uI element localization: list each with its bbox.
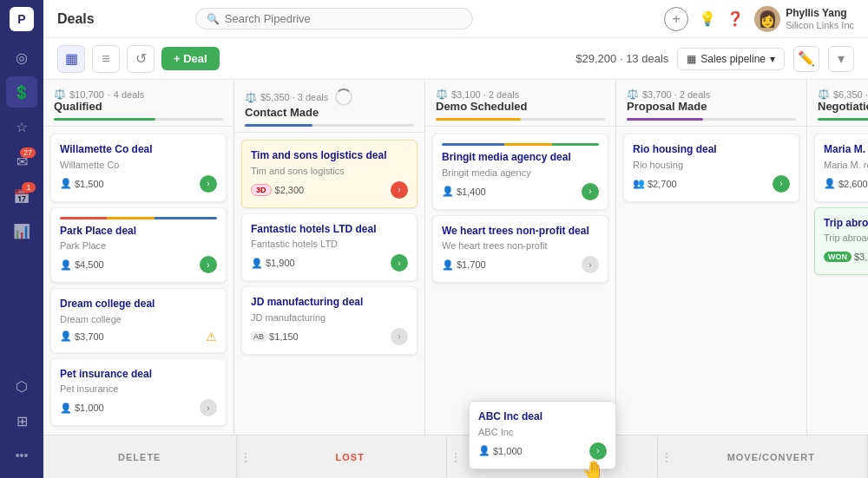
add-button[interactable]: + [664,7,688,31]
card-subtitle: Bringit media agency [442,167,599,178]
sidebar-item-calendar[interactable]: 📅1 [6,180,37,212]
warning-icon: ⚠ [206,330,217,344]
sidebar-item-products[interactable]: ⬡ [6,370,37,402]
card-title: Tim and sons logistics deal [251,149,408,163]
kanban-board: ⚖️ $10,700 · 4 deals Qualified Willamett… [43,80,868,435]
drop-zone-move[interactable]: MOVE/CONVERT [675,435,869,478]
floating-card[interactable]: ABC Inc deal ABC Inc 👤 $1,000 › [469,401,616,469]
floating-card-amount: 👤 $1,000 [478,445,523,456]
col-meta-demo: ⚖️ $3,100 · 2 deals [436,88,605,100]
card-arrow-green[interactable]: › [773,175,790,193]
col-header-proposal: ⚖️ $3,700 · 2 deals Proposal Made [616,80,806,127]
column-contact-made: ⚖️ $5,350 · 3 deals Contact Made Tim and… [234,80,425,435]
card-willamette[interactable]: Willamette Co deal Willamette Co 👤 $1,50… [50,134,227,202]
card-amount: 👤 $1,700 [442,259,486,271]
col-progress-demo [436,118,605,121]
card-arrow-red[interactable]: › [391,181,408,199]
card-arrow-grey[interactable]: › [200,399,217,416]
list-view-btn[interactable]: ≡ [92,45,120,73]
sidebar-more[interactable]: ••• [6,440,37,471]
card-parkplace[interactable]: Park Place deal Park Place 👤 $4,500 › [50,207,227,284]
divider1: ⋮ [237,435,254,478]
drop-zone-delete-label: DELETE [118,452,161,462]
sidebar-item-deals[interactable]: 💲 [6,76,37,108]
card-mariaretail[interactable]: Maria M. retail LTD deal Maria M. retail… [814,134,868,202]
card-subtitle: We heart trees non-profit [442,240,599,251]
card-tripabroad[interactable]: Trip abroad LTD deal Trip abroad LTD WON… [814,207,868,276]
column-demo: ⚖️ $3,100 · 2 deals Demo Scheduled Bring… [425,80,616,435]
card-dreamcollege[interactable]: Dream college deal Dream college 👤 $3,70… [50,288,227,353]
floating-card-arrow[interactable]: › [589,442,607,460]
floating-card-footer: 👤 $1,000 › [478,442,607,460]
card-subtitle: Trip abroad LTD [824,232,868,243]
card-riohousing[interactable]: Rio housing deal Rio housing 👥 $2,700 › [623,134,799,202]
drop-zone-delete[interactable]: DELETE [43,435,237,478]
pipeline-selector[interactable]: ▦ Sales pipeline ▾ [677,48,785,70]
col-icon: ⚖️ [436,88,448,100]
drop-zone-move-label: MOVE/CONVERT [727,452,815,462]
card-arrow-green[interactable]: › [200,175,217,193]
card-footer: 3D $2,300 › [251,181,408,199]
card-amount: 👤 $2,600 [824,178,868,189]
add-deal-button[interactable]: + Deal [161,47,220,70]
toolbar-right: $29,200 · 13 deals ▦ Sales pipeline ▾ ✏️… [575,46,854,72]
card-fantastich[interactable]: Fantastic hotels LTD deal Fantastic hote… [241,213,418,282]
col-header-contact: ⚖️ $5,350 · 3 deals Contact Made [234,80,424,133]
card-bringit[interactable]: Bringit media agency deal Bringit media … [432,134,608,210]
kanban-view-btn[interactable]: ▦ [57,45,85,73]
logo[interactable]: P [10,7,34,31]
card-footer: 👤 $4,500 › [60,256,217,273]
card-footer: WON $3,750 › [824,248,868,265]
card-arrow-green[interactable]: › [391,254,408,272]
col-icon: ⚖️ [245,92,257,103]
sidebar: P ◎ 💲 ☆ ✉27 📅1 📊 ⬡ ⊞ ••• [0,0,43,478]
drop-zone-lost[interactable]: LOST [254,435,448,478]
card-jdmfg[interactable]: JD manufacturing deal JD manufacturing A… [241,286,418,355]
sidebar-item-mail[interactable]: ✉27 [6,146,37,177]
card-title: Maria M. retail LTD deal [824,143,868,157]
card-subtitle: Dream college [60,314,217,324]
card-arrow-green[interactable]: › [200,256,217,273]
spinner-icon [335,88,352,106]
col-header-negotiations: ⚖️ $6,350 · 2 deals Negotiations Started [807,80,868,127]
filter-btn[interactable]: ▾ [828,46,854,72]
page-title: Deals [57,11,95,27]
card-title: Dream college deal [60,298,217,311]
topnav-right: + 💡 ❓ 👩 Phyllis Yang Silicon Links Inc [664,6,854,32]
col-count: 4 deals [114,89,144,100]
refresh-btn[interactable]: ↺ [127,45,155,73]
bulb-icon[interactable]: 💡 [699,10,716,27]
sidebar-item-target[interactable]: ◎ [6,42,37,73]
sidebar-item-apps[interactable]: ⊞ [6,405,37,436]
card-amount: 👥 $2,700 [633,178,677,189]
card-petinsurance[interactable]: Pet insurance deal Pet insurance 👤 $1,00… [50,358,227,427]
card-title: Fantastic hotels LTD deal [251,223,408,237]
search-input[interactable] [225,12,462,25]
col-title-proposal: Proposal Made [627,100,796,113]
edit-pipeline-btn[interactable]: ✏️ [793,46,819,72]
help-icon[interactable]: ❓ [727,10,744,27]
search-bar[interactable]: 🔍 [195,8,473,29]
floating-card-title: ABC Inc deal [478,410,607,424]
user-avatar-wrap[interactable]: 👩 Phyllis Yang Silicon Links Inc [754,6,854,32]
avatar: 👩 [754,6,780,32]
col-title-demo: Demo Scheduled [436,100,605,113]
total-amount: $29,200 · 13 deals [575,52,668,65]
card-weheart[interactable]: We heart trees non-profit deal We heart … [432,215,608,284]
col-icon: ⚖️ [818,88,830,100]
card-arrow-green[interactable]: › [582,183,599,200]
col-progress-qualified [54,118,223,121]
card-arrow-grey[interactable]: › [391,328,408,345]
sidebar-item-contacts[interactable]: ☆ [6,111,37,142]
card-timsons[interactable]: Tim and sons logistics deal Tim and sons… [241,140,418,208]
col-header-demo: ⚖️ $3,100 · 2 deals Demo Scheduled [425,80,615,127]
card-amount: 👤 $4,500 [60,259,104,271]
col-progress-contact [245,124,414,127]
won-badge: WON [824,252,852,262]
sidebar-item-reports[interactable]: 📊 [6,215,37,246]
col-body-contact: Tim and sons logistics deal Tim and sons… [234,133,424,435]
user-name: Phyllis Yang [786,7,854,19]
pipeline-icon: ▦ [687,53,696,65]
top-nav: Deals 🔍 + 💡 ❓ 👩 Phyllis Yang Silicon Lin… [43,0,868,38]
card-arrow-grey[interactable]: › [582,256,599,273]
